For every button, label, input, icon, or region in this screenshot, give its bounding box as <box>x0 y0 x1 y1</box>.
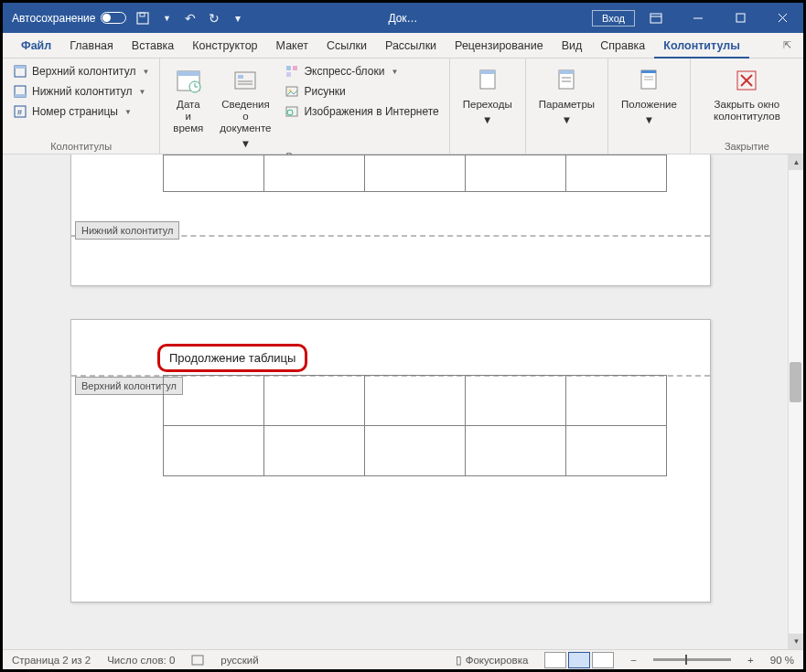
zoom-in-button[interactable]: + <box>747 655 754 666</box>
continuation-callout: Продолжение таблицы <box>157 344 307 372</box>
tab-view[interactable]: Вид <box>553 33 592 59</box>
svg-rect-31 <box>480 70 495 74</box>
scroll-down-icon[interactable]: ▼ <box>789 634 803 649</box>
tab-insert[interactable]: Вставка <box>123 33 183 59</box>
tab-home[interactable]: Главная <box>60 33 123 59</box>
svg-rect-33 <box>559 70 574 74</box>
status-lang[interactable]: русский <box>220 655 258 666</box>
svg-point-29 <box>287 110 293 115</box>
nav-icon <box>473 66 502 95</box>
group-insert: Дата и время Сведения о документе ▼ Эксп… <box>160 59 449 154</box>
date-time-button[interactable]: Дата и время <box>167 62 209 134</box>
scroll-thumb[interactable] <box>790 362 801 402</box>
page-number-button[interactable]: #Номер страницы▼ <box>10 102 152 121</box>
globe-icon <box>285 104 299 119</box>
minimize-icon[interactable] <box>677 3 719 33</box>
tab-design[interactable]: Конструктор <box>183 33 266 59</box>
tab-review[interactable]: Рецензирование <box>446 33 553 59</box>
statusbar: Страница 2 из 2 Число слов: 0 русский ▯ … <box>3 649 803 669</box>
share-icon[interactable]: ⇱ <box>779 38 794 53</box>
tab-header-footer[interactable]: Колонтитулы <box>654 33 749 59</box>
svg-rect-2 <box>650 14 661 23</box>
svg-rect-24 <box>293 66 297 70</box>
tab-mailings[interactable]: Рассылки <box>376 33 446 59</box>
svg-text:#: # <box>17 108 22 117</box>
scroll-up-icon[interactable]: ▲ <box>789 155 803 170</box>
group-label: Колонтитулы <box>10 139 152 152</box>
group-navigation: Переходы▼ <box>450 59 526 154</box>
page-number-icon: # <box>13 104 27 119</box>
doc-info-button[interactable]: Сведения о документе ▼ <box>214 62 276 149</box>
tab-file[interactable]: Файл <box>12 33 60 59</box>
svg-rect-19 <box>235 72 255 89</box>
zoom-out-button[interactable]: − <box>630 655 637 666</box>
doc-title: Док… <box>388 12 417 25</box>
table-1[interactable] <box>163 155 667 192</box>
status-page[interactable]: Страница 2 из 2 <box>12 655 91 666</box>
footer-tag: Нижний колонтитул <box>75 221 179 240</box>
quick-parts-icon <box>285 64 299 79</box>
close-hf-button[interactable]: Закрыть окно колонтитулов <box>698 62 796 123</box>
group-options: Параметры▼ <box>526 59 608 154</box>
status-words[interactable]: Число слов: 0 <box>107 655 175 666</box>
autosave[interactable]: Автосохранение <box>12 12 126 25</box>
calendar-icon <box>174 66 203 95</box>
qa-customize-icon[interactable]: ▾ <box>231 11 245 26</box>
svg-rect-20 <box>238 75 243 79</box>
tab-help[interactable]: Справка <box>591 33 654 59</box>
view-read-button[interactable] <box>544 652 566 668</box>
ribbon-tabs: Файл Главная Вставка Конструктор Макет С… <box>3 33 803 59</box>
footer-button[interactable]: Нижний колонтитул▼ <box>10 82 152 101</box>
group-label: Закрытие <box>698 139 796 152</box>
svg-rect-23 <box>286 66 291 70</box>
options-button[interactable]: Параметры▼ <box>533 62 600 125</box>
options-icon <box>552 66 581 95</box>
vertical-scrollbar[interactable]: ▲ ▼ <box>788 155 803 649</box>
table-2[interactable] <box>163 375 667 476</box>
autosave-toggle[interactable] <box>101 12 126 24</box>
group-header-footer: Верхний колонтитул▼ Нижний колонтитул▼ #… <box>3 59 160 154</box>
status-proof-icon[interactable] <box>191 654 204 667</box>
svg-rect-1 <box>140 13 145 16</box>
view-print-button[interactable] <box>568 652 590 668</box>
view-switcher <box>544 652 614 668</box>
svg-rect-43 <box>192 656 203 665</box>
page-1: Нижний колонтитул <box>70 155 711 286</box>
quick-parts-button[interactable]: Экспресс-блоки▼ <box>282 62 441 80</box>
pictures-button[interactable]: Рисунки <box>282 82 441 101</box>
position-button[interactable]: Положение▼ <box>616 62 682 125</box>
svg-rect-5 <box>736 14 745 22</box>
redo-icon[interactable]: ↻ <box>207 11 221 26</box>
status-focus[interactable]: ▯ Фокусировка <box>456 654 528 667</box>
document-area[interactable]: Нижний колонтитул Продолжение таблицы Ве… <box>3 155 803 649</box>
footer-icon <box>13 84 27 99</box>
maximize-icon[interactable] <box>719 3 761 33</box>
position-icon <box>634 66 663 95</box>
tab-references[interactable]: Ссылки <box>317 33 376 59</box>
svg-rect-15 <box>177 71 199 76</box>
close-icon[interactable] <box>761 3 803 33</box>
group-close: Закрыть окно колонтитулов Закрытие <box>691 59 803 154</box>
svg-rect-37 <box>641 70 656 73</box>
zoom-level[interactable]: 90 % <box>770 655 794 666</box>
svg-rect-25 <box>286 72 291 77</box>
ribbon-options-icon[interactable] <box>635 3 677 33</box>
tab-layout[interactable]: Макет <box>267 33 317 59</box>
signin-button[interactable]: Вход <box>592 10 635 27</box>
svg-rect-9 <box>15 66 26 69</box>
zoom-slider[interactable] <box>653 658 731 661</box>
header-icon <box>13 64 27 79</box>
close-x-icon <box>732 66 761 95</box>
online-pictures-button[interactable]: Изображения в Интернете <box>282 102 441 121</box>
undo-icon[interactable]: ↶ <box>183 11 198 26</box>
header-button[interactable]: Верхний колонтитул▼ <box>10 62 152 80</box>
view-web-button[interactable] <box>592 652 614 668</box>
svg-rect-0 <box>137 13 148 24</box>
group-position: Положение▼ <box>608 59 691 154</box>
picture-icon <box>285 84 299 99</box>
navigation-button[interactable]: Переходы▼ <box>457 62 518 125</box>
doc-info-icon <box>231 66 260 95</box>
save-dropdown-icon[interactable]: ▼ <box>159 11 174 26</box>
titlebar: Автосохранение ▼ ↶ ↻ ▾ Док… Вход <box>3 3 803 33</box>
save-icon[interactable] <box>135 11 150 26</box>
